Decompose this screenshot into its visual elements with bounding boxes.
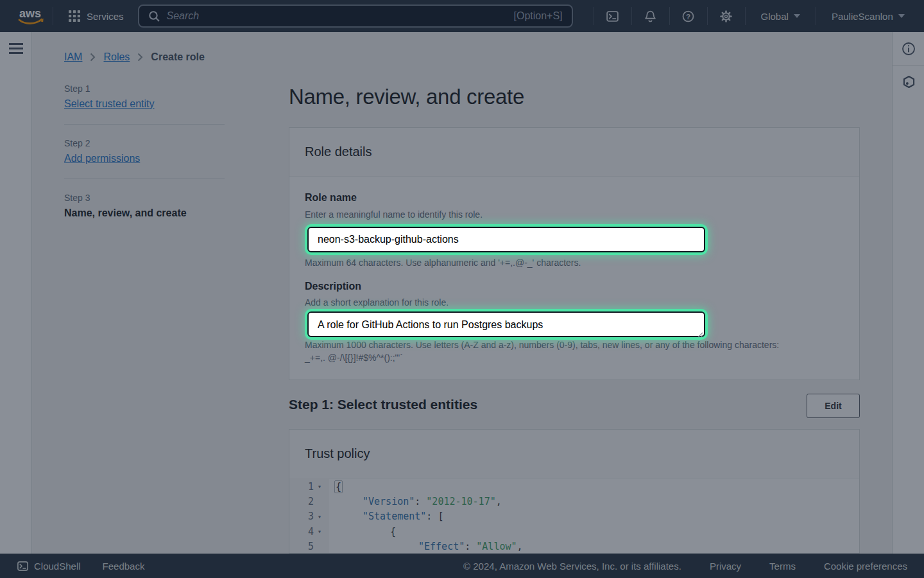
role-details-heading: Role details — [305, 144, 844, 159]
fold-toggle-icon[interactable]: ▾ — [314, 528, 325, 535]
step-2-link[interactable]: Add permissions — [64, 153, 140, 164]
footer-cloudshell-button[interactable]: CloudShell — [17, 560, 81, 572]
settings-button[interactable] — [713, 3, 740, 30]
step-3-label: Step 3 — [64, 193, 225, 203]
breadcrumb-current: Create role — [151, 51, 205, 63]
breadcrumb-chevron-icon — [90, 53, 96, 62]
account-label: PaulieScanlon — [832, 11, 893, 22]
fold-toggle-icon[interactable]: ▾ — [314, 483, 325, 490]
description-hint-line1: Maximum 1000 characters. Use letters (A-… — [305, 340, 779, 350]
region-selector[interactable]: Global — [751, 11, 810, 22]
main-content: IAM Roles Create role Step 1 Select trus… — [32, 32, 892, 554]
account-menu[interactable]: PaulieScanlon — [821, 11, 915, 22]
nav-divider — [707, 7, 708, 25]
fold-toggle-icon[interactable]: ▾ — [314, 513, 325, 520]
steps-divider — [64, 179, 225, 179]
code-line: 1▾{ — [289, 479, 859, 494]
footer-copyright: © 2024, Amazon Web Services, Inc. or its… — [463, 561, 681, 572]
svg-text:aws: aws — [19, 7, 41, 20]
nav-divider — [745, 7, 746, 25]
search-icon — [148, 10, 160, 22]
terminal-icon — [606, 10, 619, 23]
footer-right-group: © 2024, Amazon Web Services, Inc. or its… — [463, 561, 907, 572]
step-1-link[interactable]: Select trusted entity — [64, 98, 155, 110]
role-details-card-header: Role details — [289, 128, 859, 177]
gear-icon — [719, 10, 733, 23]
hexagon-icon — [902, 74, 916, 89]
footer-left-group: CloudShell Feedback — [17, 560, 144, 572]
aws-logo[interactable]: aws — [15, 5, 45, 27]
code-line: 2"Version": "2012-10-17", — [289, 494, 859, 509]
left-sidebar-rail — [0, 32, 32, 554]
nav-divider — [53, 7, 53, 25]
footer-privacy-link[interactable]: Privacy — [710, 561, 741, 572]
step1-section-heading: Step 1: Select trusted entities — [289, 397, 477, 412]
footer-cloudshell-label: CloudShell — [34, 561, 81, 572]
description-highlight: A role for GitHub Actions to run Postgre… — [307, 311, 705, 340]
step1-section-row: Step 1: Select trusted entities Edit — [289, 393, 860, 419]
right-help-rail — [892, 32, 924, 554]
region-label: Global — [761, 11, 789, 22]
hamburger-menu-icon[interactable] — [9, 43, 31, 54]
terminal-icon — [17, 560, 29, 572]
role-name-description: Enter a meaningful name to identify this… — [305, 209, 483, 220]
info-icon — [901, 41, 916, 57]
nav-divider — [669, 7, 670, 25]
global-search-input[interactable]: Search [Option+S] — [138, 4, 573, 28]
code-line: 3▾"Statement": [ — [289, 509, 859, 524]
nav-right-group: ? Global PaulieScanlon — [588, 3, 915, 30]
step-1-label: Step 1 — [64, 83, 225, 94]
footer-feedback-label: Feedback — [103, 561, 145, 572]
edit-button[interactable]: Edit — [807, 394, 860, 418]
top-navigation-bar: aws Services Search [Option+S] — [0, 0, 924, 32]
chevron-down-icon — [794, 14, 800, 18]
description-hint-line2: _+=,. @-/\[{}]!#$%^*():;"'` — [305, 353, 403, 363]
services-label: Services — [87, 11, 124, 22]
question-icon: ? — [681, 10, 695, 23]
chevron-down-icon — [898, 14, 905, 18]
footer-feedback-link[interactable]: Feedback — [103, 561, 145, 572]
page-title: Name, review, and create — [289, 85, 524, 109]
steps-navigation: Step 1 Select trusted entity Step 2 Add … — [64, 83, 225, 219]
description-textarea[interactable]: A role for GitHub Actions to run Postgre… — [307, 311, 705, 337]
breadcrumb-chevron-icon — [137, 53, 143, 62]
footer-cookie-preferences-link[interactable]: Cookie preferences — [824, 561, 907, 572]
breadcrumb: IAM Roles Create role — [64, 51, 205, 63]
role-name-label: Role name — [305, 192, 357, 204]
role-name-input[interactable] — [307, 227, 705, 252]
step-3-current-title: Name, review, and create — [64, 207, 225, 219]
services-menu-button[interactable]: Services — [61, 0, 132, 32]
search-placeholder: Search — [167, 10, 200, 22]
description-label: Description — [305, 281, 361, 292]
cloudshell-button[interactable] — [599, 3, 626, 30]
role-details-card: Role details Role name Enter a meaningfu… — [289, 127, 860, 380]
description-description: Add a short explanation for this role. — [305, 297, 449, 308]
code-line: 5"Effect": "Allow", — [289, 539, 859, 554]
steps-divider — [64, 124, 225, 125]
breadcrumb-link-iam[interactable]: IAM — [64, 51, 82, 63]
trust-policy-heading: Trust policy — [305, 446, 844, 461]
help-button[interactable]: ? — [675, 3, 702, 30]
bell-icon — [644, 10, 657, 23]
role-name-hint: Maximum 64 characters. Use alphanumeric … — [305, 258, 581, 268]
trust-policy-editor[interactable]: 1▾{2"Version": "2012-10-17",3▾"Statement… — [289, 479, 859, 554]
nav-divider — [631, 7, 632, 25]
role-name-highlight — [307, 227, 705, 252]
info-panel-button[interactable] — [893, 32, 924, 65]
nav-divider — [594, 7, 594, 25]
search-shortcut-hint: [Option+S] — [513, 10, 562, 22]
trust-policy-card-header: Trust policy — [289, 430, 859, 478]
notifications-button[interactable] — [637, 3, 664, 30]
aws-logo-icon: aws — [15, 5, 45, 27]
step-2-label: Step 2 — [64, 138, 225, 148]
nav-divider — [816, 7, 816, 25]
services-grid-icon — [69, 10, 80, 22]
trust-policy-card: Trust policy 1▾{2"Version": "2012-10-17"… — [289, 429, 860, 554]
svg-text:?: ? — [686, 12, 690, 20]
footer-terms-link[interactable]: Terms — [769, 561, 796, 572]
resources-panel-button[interactable] — [893, 66, 924, 98]
breadcrumb-link-roles[interactable]: Roles — [103, 51, 130, 63]
footer-bar: CloudShell Feedback © 2024, Amazon Web S… — [0, 554, 924, 578]
code-line: 4▾{ — [289, 524, 859, 539]
